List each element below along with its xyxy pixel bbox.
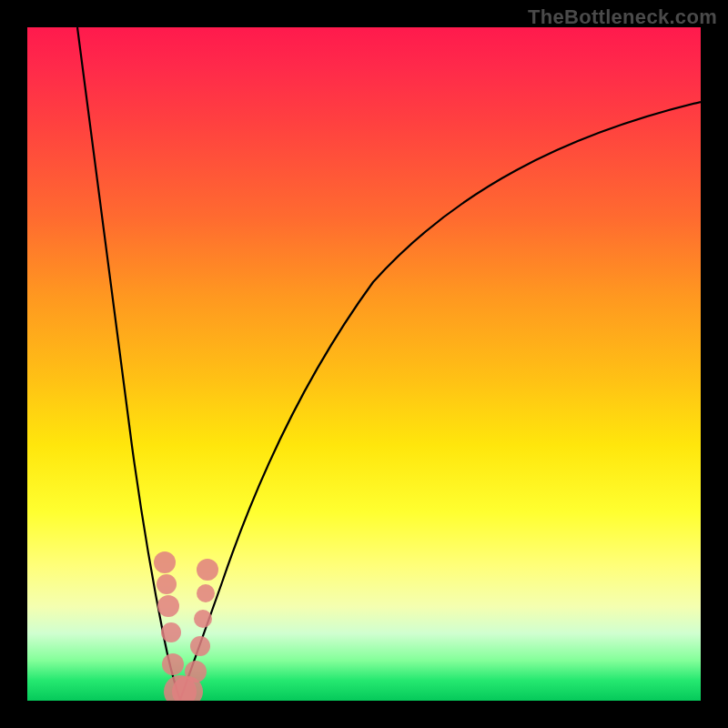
plot-area bbox=[27, 27, 701, 701]
data-dots bbox=[154, 551, 218, 701]
data-dot bbox=[194, 610, 212, 628]
data-dot bbox=[157, 595, 179, 617]
chart-frame: TheBottleneck.com bbox=[0, 0, 728, 728]
data-dot bbox=[161, 622, 181, 642]
data-dot bbox=[154, 551, 176, 573]
right-branch-curve bbox=[180, 102, 701, 700]
data-dot bbox=[162, 653, 184, 675]
data-dot bbox=[197, 559, 218, 581]
data-dot bbox=[185, 661, 207, 682]
chart-svg bbox=[27, 27, 701, 701]
data-dot bbox=[157, 574, 177, 594]
data-dot bbox=[190, 636, 210, 656]
data-dot bbox=[197, 584, 215, 602]
attribution-text: TheBottleneck.com bbox=[528, 5, 717, 29]
